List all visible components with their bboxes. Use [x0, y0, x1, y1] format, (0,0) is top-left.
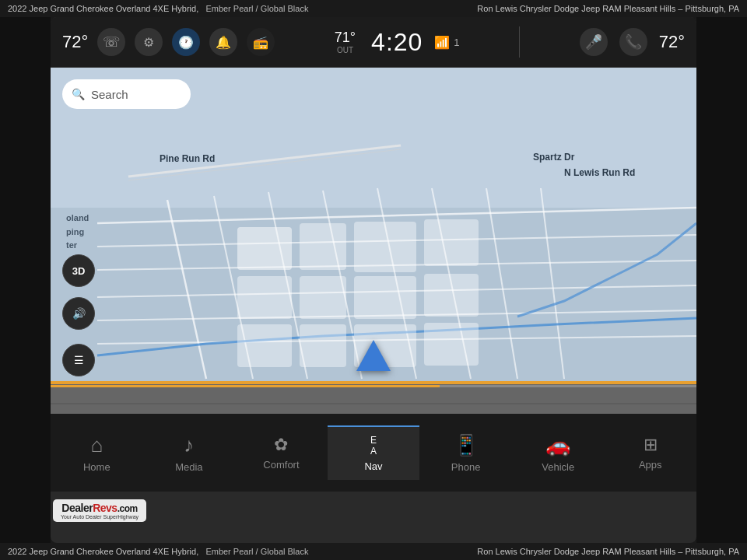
- bell-icon-btn[interactable]: 🔔: [209, 28, 237, 56]
- svg-rect-23: [237, 227, 292, 270]
- svg-rect-25: [354, 222, 416, 272]
- top-info-bar: 2022 Jeep Grand Cherokee Overland 4XE Hy…: [0, 0, 747, 17]
- search-text: Search: [91, 88, 128, 101]
- comfort-icon: ✿: [274, 435, 288, 455]
- svg-rect-28: [300, 276, 346, 319]
- clock-display: 4:20: [371, 28, 423, 57]
- signal-info: 📶 1: [434, 35, 459, 50]
- vehicle-icon: 🚗: [545, 433, 570, 457]
- bottom-nav: ⌂ Home ♪ Media ✿ Comfort E A Nav 📱 Phone…: [51, 414, 696, 492]
- svg-rect-27: [237, 276, 292, 319]
- hamburger-icon: ☰: [74, 354, 84, 366]
- svg-rect-24: [300, 223, 346, 270]
- watermark-logo-text: DealerRevs.com: [61, 502, 137, 514]
- svg-rect-34: [424, 323, 479, 366]
- svg-rect-32: [300, 324, 346, 367]
- settings-icon-btn[interactable]: ⚙: [135, 28, 163, 56]
- menu-button[interactable]: ☰: [62, 344, 95, 376]
- nav-home[interactable]: ⌂ Home: [51, 425, 143, 481]
- compass-display: E A: [370, 435, 377, 457]
- watermark-tagline: Your Auto Dealer SuperHighway: [61, 514, 139, 520]
- right-temp: 72°: [659, 32, 685, 52]
- navigation-arrow: [356, 340, 391, 371]
- nav-apps[interactable]: ⊞ Apps: [604, 427, 696, 478]
- svg-rect-20: [51, 385, 440, 387]
- watermark: DealerRevs.com Your Auto Dealer SuperHig…: [53, 499, 146, 538]
- svg-rect-31: [237, 324, 292, 367]
- bottom-dealer-info: Ron Lewis Chrysler Dodge Jeep RAM Pleasa…: [477, 547, 739, 556]
- phone-handset-btn[interactable]: 📞: [619, 28, 647, 56]
- bottom-car-info: 2022 Jeep Grand Cherokee Overland 4XE Hy…: [8, 547, 308, 556]
- search-icon: 🔍: [72, 88, 85, 100]
- top-dealer-info: Ron Lewis Chrysler Dodge Jeep RAM Pleasa…: [477, 4, 739, 13]
- nav-comfort[interactable]: ✿ Comfort: [235, 427, 328, 478]
- search-bar[interactable]: 🔍 Search: [62, 79, 191, 109]
- svg-rect-30: [424, 274, 479, 317]
- infotainment-screen: 72° ☏ ⚙ 🕐 🔔 📻 71° OUT 4:20 📶 1: [51, 17, 696, 543]
- svg-rect-26: [424, 219, 479, 266]
- media-icon: ♪: [184, 433, 194, 457]
- volume-icon: 🔊: [72, 307, 86, 320]
- status-bar: 72° ☏ ⚙ 🕐 🔔 📻 71° OUT 4:20 📶 1: [51, 17, 696, 68]
- road-label-spartz: Spartz Dr: [533, 152, 574, 163]
- top-car-info: 2022 Jeep Grand Cherokee Overland 4XE Hy…: [8, 4, 308, 13]
- home-icon: ⌂: [90, 433, 103, 457]
- map-area: 🔍 Search Pine Run Rd Spartz Dr N Lewis R…: [51, 68, 696, 414]
- svg-rect-29: [354, 276, 416, 319]
- apps-icon: ⊞: [644, 435, 658, 455]
- status-left: 72° ☏ ⚙ 🕐 🔔 📻: [62, 28, 275, 56]
- radio-icon-btn[interactable]: 📻: [247, 28, 275, 56]
- nav-vehicle[interactable]: 🚗 Vehicle: [512, 425, 605, 481]
- bottom-info-bar: 2022 Jeep Grand Cherokee Overland 4XE Hy…: [0, 543, 747, 560]
- left-temp: 72°: [62, 32, 88, 52]
- outside-temp: 71° OUT: [335, 30, 356, 54]
- road-label-pine-run: Pine Run Rd: [160, 153, 215, 164]
- right-panel: [696, 17, 747, 543]
- status-divider: [519, 26, 520, 58]
- map-left-labels: olandpingter: [66, 212, 89, 253]
- phone-icon-btn[interactable]: ☏: [97, 28, 125, 56]
- nav-phone[interactable]: 📱 Phone: [419, 425, 512, 481]
- 3d-button[interactable]: 3D: [62, 254, 95, 287]
- nav-navigation[interactable]: E A Nav: [328, 425, 420, 481]
- svg-rect-21: [440, 385, 696, 387]
- nav-media[interactable]: ♪ Media: [143, 425, 236, 481]
- clock-icon-btn[interactable]: 🕐: [172, 28, 200, 56]
- mic-icon-btn[interactable]: 🎤: [580, 28, 608, 56]
- phone-nav-icon: 📱: [454, 433, 479, 457]
- left-panel: [0, 17, 51, 543]
- status-right: 🎤 📞 72°: [580, 28, 685, 56]
- road-label-n-lewis: N Lewis Run Rd: [564, 167, 635, 178]
- volume-button[interactable]: 🔊: [62, 297, 95, 330]
- status-center: 71° OUT 4:20 📶 1: [335, 28, 460, 57]
